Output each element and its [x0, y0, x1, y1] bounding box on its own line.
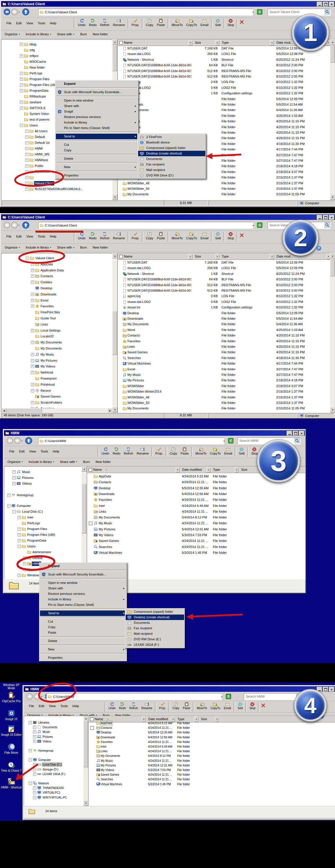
- tree-expander[interactable]: +: [31, 305, 34, 308]
- toolbar-button-moveto[interactable]: MoveTo: [194, 447, 208, 455]
- file-row-word[interactable]: WordFile folder4/25/2014 1:03 AM: [118, 113, 330, 119]
- desktop-icon-hmw-shortcut[interactable]: HMW - Shortcut: [1, 778, 22, 789]
- tree-hscrollbar[interactable]: ◀▶: [1, 408, 113, 412]
- command-new-folder[interactable]: New folder: [95, 460, 111, 464]
- search-box[interactable]: Search HMW: [244, 693, 302, 700]
- scroll-up-button[interactable]: ▲: [112, 39, 117, 44]
- tree-expander[interactable]: +: [25, 164, 28, 167]
- tree-expander[interactable]: +: [18, 527, 21, 531]
- tree-item-new-folder[interactable]: New folder: [1, 64, 113, 70]
- menu-item-compressed-zipped-folder[interactable]: Compressed (zipped) folder: [138, 145, 205, 151]
- column-dropdown-icon[interactable]: ▾: [270, 254, 274, 259]
- command-new-folder[interactable]: New folder: [93, 32, 108, 36]
- tree-expander[interactable]: +: [20, 72, 23, 75]
- tree-item-music[interactable]: +Music: [24, 730, 84, 734]
- menu-file[interactable]: File: [4, 234, 14, 239]
- tree-expander[interactable]: −: [29, 782, 32, 785]
- menu-help[interactable]: Help: [50, 449, 62, 454]
- file-row-wowslider-50[interactable]: WOWSlider_50File folder2/15/2014 1:37 PM: [118, 400, 330, 406]
- scroll-down-button[interactable]: ▼: [330, 194, 335, 199]
- tree-expander[interactable]: +: [12, 470, 16, 474]
- tree-item-fineprint-files[interactable]: FinePrint files: [1, 309, 113, 315]
- toolbar-button-redo[interactable]: Redo: [117, 702, 128, 710]
- file-row-favorites[interactable]: FavoritesFile folder4/20/2014 11:15 PM: [118, 124, 330, 130]
- scroll-left-button[interactable]: ◀: [1, 408, 7, 413]
- toolbar-button-copy[interactable]: Copy: [144, 18, 155, 27]
- toolbar-button-rename[interactable]: Rename: [111, 231, 127, 240]
- file-row-searches[interactable]: SearchesFile folder4/18/2014 11:30 PM: [118, 355, 330, 361]
- toolbar-button-paste[interactable]: Paste: [179, 447, 191, 455]
- tree-expander[interactable]: +: [25, 159, 28, 162]
- menu-item-properties[interactable]: Properties: [56, 173, 138, 178]
- tree-expander[interactable]: +: [18, 516, 21, 519]
- tree-expander[interactable]: +: [31, 299, 34, 302]
- file-row-wowslider-48[interactable]: WOWSlider_48File folder2/15/2014 1:37 PM: [118, 395, 330, 400]
- menu-item-mail-recipient[interactable]: Mail recipient: [125, 631, 184, 637]
- menu-tools[interactable]: Tools: [38, 449, 50, 454]
- tree-expander[interactable]: +: [18, 533, 21, 536]
- file-row-intel[interactable]: Intel4/24/2014 5:49 AMFile folder: [89, 744, 335, 749]
- file-row-ntuser-dat-log2[interactable]: ntuser.dat.LOG20 KBLOG2 File8/10/2012 1:…: [118, 299, 330, 305]
- toolbar-button-prop[interactable]: Prop.: [130, 18, 141, 27]
- file-row-network-shortcut[interactable]: Network - Shortcut1 KBShortcut8/20/2012 …: [118, 271, 330, 277]
- menu-item-bluetooth-device[interactable]: Bluetooth device: [138, 140, 205, 145]
- menu-item-fax-recipient[interactable]: Fax recipient: [138, 162, 205, 167]
- tree-item-application-data[interactable]: +Application Data: [1, 267, 113, 273]
- tree-expander[interactable]: +: [25, 170, 28, 173]
- tree-expander[interactable]: +: [31, 281, 34, 284]
- toolbar-button-copyto[interactable]: CopyTo: [208, 447, 222, 455]
- toolbar-button-paste[interactable]: Paste: [155, 231, 167, 240]
- tree-expander[interactable]: +: [25, 176, 28, 179]
- desktop-icon-clipcache-pro[interactable]: ClipCache Pro: [1, 691, 22, 703]
- command-share-with[interactable]: Share with▾: [57, 246, 75, 249]
- address-dropdown-icon[interactable]: ▾: [224, 440, 226, 442]
- tree-item-homegroup[interactable]: +Homegroup: [24, 748, 84, 753]
- back-button[interactable]: [3, 222, 10, 228]
- tree-expander[interactable]: +: [33, 726, 36, 729]
- menu-item-scan-with-microsoft-security-e[interactable]: Scan with Microsoft Security Essentials.…: [40, 572, 126, 577]
- tree-scrollbar[interactable]: ▲▼: [112, 253, 117, 412]
- tree-expander[interactable]: −: [29, 721, 32, 724]
- row-checkbox[interactable]: [90, 726, 94, 730]
- menu-tools[interactable]: Tools: [58, 704, 70, 708]
- tree-item-my-music[interactable]: +My Music: [1, 351, 113, 358]
- menu-item-desktop-create-shortcut-[interactable]: Desktop (create shortcut): [138, 151, 205, 156]
- column-header-size[interactable]: Size▾: [193, 253, 220, 260]
- tree-expander[interactable]: −: [18, 545, 21, 548]
- back-button[interactable]: [6, 437, 13, 444]
- tree-item-excel[interactable]: +Excel: [1, 298, 113, 304]
- scroll-thumb[interactable]: [330, 258, 335, 276]
- scroll-down-button[interactable]: ▼: [112, 407, 117, 412]
- select-all-checkbox[interactable]: [89, 468, 92, 472]
- command-new-folder[interactable]: New folder: [93, 246, 108, 249]
- file-row-my-pictures[interactable]: My Pictures5/4/2014 12:31 AMFile folder: [87, 526, 305, 532]
- column-dropdown-icon[interactable]: ▾: [188, 254, 193, 259]
- desktop-icon-time-chaos-7[interactable]: Time & Chaos 7: [1, 761, 22, 772]
- tree-item-ldiag[interactable]: +ldiag: [1, 41, 113, 47]
- tree-expander[interactable]: +: [31, 371, 34, 374]
- tree-item-recent[interactable]: +Recent: [1, 388, 113, 394]
- file-row-downloads[interactable]: DownloadsFile folder5/5/2014 11:54 AM: [118, 316, 330, 322]
- tree-item-perflogs[interactable]: +PerfLogs: [1, 70, 113, 76]
- file-row-my-music[interactable]: My Music4/24/2014 11:21 ...File folder: [87, 520, 305, 526]
- column-header-name[interactable]: Name▾: [118, 253, 193, 260]
- file-row-searches[interactable]: Searches4/24/2014 11:21 ...File folder: [87, 544, 305, 550]
- command-organize[interactable]: Organize▾: [7, 460, 23, 464]
- tree-item-videos[interactable]: +Videos: [24, 739, 84, 744]
- tree-item-computer[interactable]: −Computer: [24, 757, 84, 762]
- menu-item-share-with[interactable]: Share with▸: [56, 103, 138, 109]
- tree-item-valued-client[interactable]: −Valued Client: [1, 255, 113, 261]
- tree-scrollbar[interactable]: ▲▼: [82, 466, 86, 579]
- tree-expander[interactable]: +: [33, 730, 36, 734]
- menu-item-pin-to-start-menu-classic-shel[interactable]: Pin to Start menu (Classic Shell): [40, 602, 126, 608]
- tree-item-pictures[interactable]: +Pictures: [4, 475, 82, 480]
- up-button[interactable]: [25, 437, 32, 444]
- file-row-ntuser-dat-log1[interactable]: ntuser.dat.LOG1256 KBLOG1 File5/5/2014 1…: [118, 51, 330, 57]
- tree-item-nethood[interactable]: +NetHood: [1, 370, 113, 376]
- tree-item-my-documents[interactable]: +My Documents: [1, 339, 113, 345]
- tree-expander[interactable]: +: [12, 476, 16, 479]
- file-row-wowslider-50[interactable]: WOWSlider_50File folder2/15/2014 1:37 PM: [118, 186, 330, 192]
- forward-button[interactable]: [11, 222, 18, 228]
- column-header-type[interactable]: Type▾: [220, 40, 275, 46]
- tree-expander[interactable]: +: [33, 791, 36, 794]
